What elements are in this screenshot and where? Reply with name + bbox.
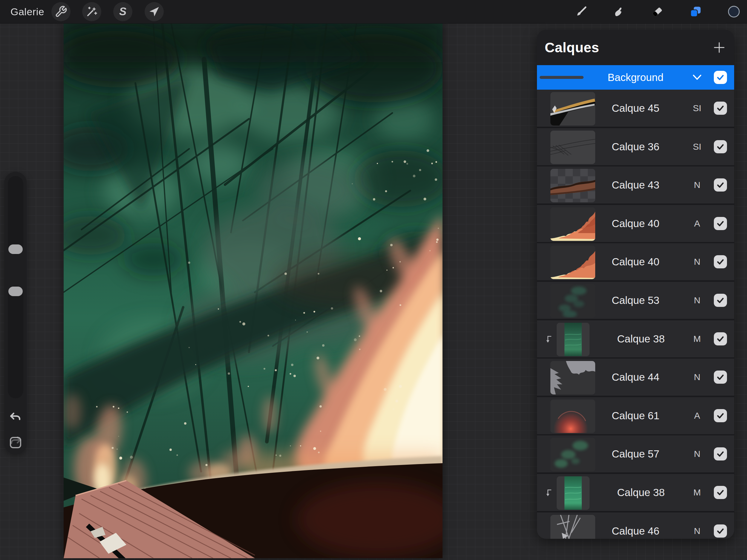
layer-name[interactable]: Calque 57 <box>597 435 674 473</box>
checkmark-icon <box>716 411 725 420</box>
brush-size-slider[interactable] <box>8 176 23 255</box>
layer-row[interactable]: Calque 61A <box>537 397 734 436</box>
layer-thumbnail[interactable] <box>550 92 595 126</box>
layer-name[interactable]: Calque 36 <box>597 128 674 165</box>
layer-row[interactable]: Calque 40A <box>537 205 734 244</box>
eraser-button[interactable] <box>647 2 667 21</box>
gallery-button[interactable]: Galerie <box>10 0 44 23</box>
layers-button[interactable] <box>686 2 705 21</box>
layer-thumbnail[interactable] <box>557 476 590 510</box>
checkmark-icon <box>716 219 725 228</box>
selection-s-icon: S <box>117 5 129 18</box>
smudge-finger-icon <box>612 5 625 18</box>
layer-visibility-checkbox[interactable] <box>714 447 727 460</box>
layer-name[interactable]: Calque 43 <box>597 167 674 204</box>
add-layer-button[interactable] <box>713 41 726 54</box>
layer-visibility-checkbox[interactable] <box>714 409 727 422</box>
opacity-slider[interactable] <box>8 285 23 398</box>
layer-row[interactable]: Calque 40N <box>537 243 734 282</box>
layer-thumbnail[interactable] <box>550 361 595 394</box>
layer-thumbnail[interactable] <box>557 323 590 356</box>
layer-thumbnail[interactable] <box>550 438 595 471</box>
checkmark-icon <box>716 296 725 305</box>
layer-thumbnail[interactable] <box>550 400 595 433</box>
layer-thumbnail[interactable] <box>550 515 595 539</box>
checkmark-icon <box>716 257 725 266</box>
blend-mode-button[interactable]: N <box>688 167 706 204</box>
layer-name[interactable]: Calque 45 <box>597 90 674 127</box>
layer-name[interactable]: Calque 38 <box>602 320 680 357</box>
layer-rows-list: Calque 45SICalque 36SICalque 43NCalque 4… <box>537 90 734 539</box>
transform-arrow-icon <box>148 5 160 18</box>
top-toolbar: Galerie S <box>0 0 747 23</box>
layer-visibility-checkbox[interactable] <box>714 294 727 307</box>
color-swatch-icon <box>727 5 740 18</box>
procreate-workspace: Galerie S <box>0 0 747 560</box>
layer-thumbnail[interactable] <box>550 284 595 317</box>
blend-mode-button[interactable]: N <box>688 359 706 396</box>
background-visibility-checkbox[interactable] <box>714 71 727 84</box>
checkmark-icon <box>716 180 725 189</box>
blend-mode-button[interactable]: N <box>688 243 706 280</box>
layers-panel-title: Calques <box>545 30 599 65</box>
adjustments-button[interactable] <box>82 2 101 21</box>
layer-visibility-checkbox[interactable] <box>714 371 727 384</box>
layer-visibility-checkbox[interactable] <box>714 178 727 192</box>
blend-mode-button[interactable]: M <box>688 474 706 511</box>
checkmark-icon <box>716 373 725 382</box>
layer-visibility-checkbox[interactable] <box>714 255 727 268</box>
chevron-down-icon[interactable] <box>689 74 705 81</box>
brush-icon <box>575 5 588 18</box>
opacity-handle[interactable] <box>8 286 23 296</box>
blend-mode-button[interactable]: SI <box>688 128 706 165</box>
layer-name[interactable]: Calque 40 <box>597 205 674 242</box>
blend-mode-button[interactable]: N <box>688 512 706 539</box>
checkmark-icon <box>716 334 725 343</box>
layer-row[interactable]: Calque 43N <box>537 167 734 205</box>
layer-name[interactable]: Calque 46 <box>597 512 674 539</box>
layer-name[interactable]: Calque 40 <box>597 243 674 280</box>
layer-name[interactable]: Calque 38 <box>602 474 680 511</box>
checkmark-icon <box>716 450 725 458</box>
blend-mode-button[interactable]: N <box>688 282 706 319</box>
canvas[interactable] <box>63 23 442 558</box>
brush-size-handle[interactable] <box>8 245 23 254</box>
layer-name[interactable]: Calque 61 <box>597 397 674 434</box>
blend-mode-button[interactable]: A <box>688 205 706 242</box>
color-button[interactable] <box>724 2 743 21</box>
blend-mode-button[interactable]: M <box>688 320 706 357</box>
blend-mode-button[interactable]: SI <box>688 90 706 127</box>
brush-button[interactable] <box>572 2 591 21</box>
layer-row[interactable]: Calque 45SI <box>537 90 734 128</box>
layer-thumbnail[interactable] <box>550 169 595 202</box>
redo-button[interactable] <box>9 435 22 448</box>
layer-row[interactable]: Calque 53N <box>537 282 734 320</box>
layer-row[interactable]: Calque 57N <box>537 435 734 474</box>
blend-mode-button[interactable]: N <box>688 435 706 473</box>
smudge-button[interactable] <box>609 2 628 21</box>
layer-visibility-checkbox[interactable] <box>714 525 727 538</box>
canvas-painting <box>63 23 442 558</box>
layer-visibility-checkbox[interactable] <box>714 332 727 346</box>
layer-row[interactable]: Calque 38M <box>537 320 734 359</box>
layer-thumbnail[interactable] <box>550 207 595 241</box>
transform-button[interactable] <box>145 2 164 21</box>
undo-button[interactable] <box>9 411 22 424</box>
layer-row[interactable]: Calque 46N <box>537 512 734 539</box>
magic-wand-icon <box>85 5 98 18</box>
layer-thumbnail[interactable] <box>550 131 595 164</box>
actions-button[interactable] <box>51 2 71 21</box>
layer-row[interactable]: Calque 36SI <box>537 128 734 167</box>
layer-visibility-checkbox[interactable] <box>714 102 727 115</box>
layer-visibility-checkbox[interactable] <box>714 486 727 499</box>
layer-row[interactable]: Calque 38M <box>537 474 734 512</box>
layer-thumbnail[interactable] <box>550 246 595 279</box>
layer-row[interactable]: Calque 44N <box>537 359 734 397</box>
background-layer-row[interactable]: Background <box>537 65 734 91</box>
layer-visibility-checkbox[interactable] <box>714 217 727 230</box>
layer-name[interactable]: Calque 44 <box>597 359 674 396</box>
layer-visibility-checkbox[interactable] <box>714 140 727 153</box>
blend-mode-button[interactable]: A <box>688 397 706 434</box>
layer-name[interactable]: Calque 53 <box>597 282 674 319</box>
selection-button[interactable]: S <box>113 2 132 21</box>
